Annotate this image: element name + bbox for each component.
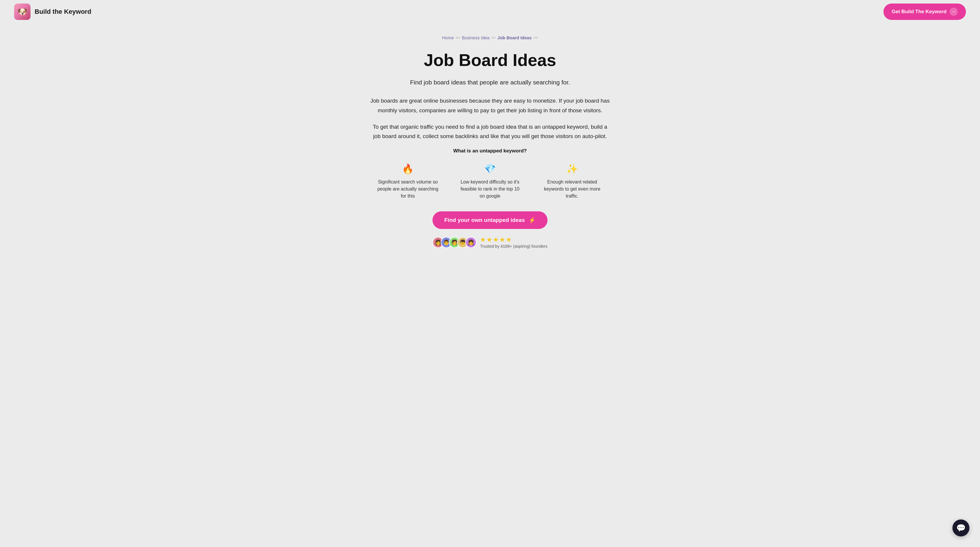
diamond-icon: 💎 <box>458 163 522 174</box>
breadcrumb: Home >> Business Idea >> Job Board Ideas… <box>365 35 615 40</box>
logo-emoji: 🐶 <box>18 7 27 17</box>
breadcrumb-home[interactable]: Home <box>442 35 454 40</box>
main-cta-label: Find your own untapped ideas <box>444 217 525 224</box>
nav-cta-arrow-icon: → <box>950 8 958 16</box>
feature-item-difficulty: 💎 Low keyword difficulty so it's feasibl… <box>458 163 522 200</box>
avatar-stack: 👩 👨 🧑 👦 👧 <box>433 237 477 248</box>
page-title: Job Board Ideas <box>365 51 615 70</box>
feature-item-volume: 🔥 Significant search volume so people ar… <box>375 163 440 200</box>
avatar-5: 👧 <box>465 237 477 248</box>
bolt-icon: ⚡ <box>528 217 536 224</box>
feature-item-related: ✨ Enough relevant related keywords to ge… <box>540 163 605 200</box>
breadcrumb-current: Job Board Ideas <box>497 35 532 40</box>
main-content: Home >> Business Idea >> Job Board Ideas… <box>358 24 622 272</box>
trust-text: Trusted by 4168+ (aspiring) founders <box>480 244 547 249</box>
nav-cta-label: Get Build The Keyword <box>892 9 947 15</box>
sparkles-icon: ✨ <box>540 163 605 174</box>
trust-row: 👩 👨 🧑 👦 👧 ★★★★★ Trusted by 4168+ (aspiri… <box>365 236 615 249</box>
main-cta-button[interactable]: Find your own untapped ideas ⚡ <box>433 211 547 229</box>
hero-description-1: Job boards are great online businesses b… <box>370 96 610 115</box>
feature-text-related: Enough relevant related keywords to get … <box>544 179 600 198</box>
breadcrumb-business-idea[interactable]: Business Idea <box>462 35 489 40</box>
navbar: 🐶 Build the Keyword Get Build The Keywor… <box>0 0 980 24</box>
hero-description-2: To get that organic traffic you need to … <box>370 122 610 141</box>
nav-cta-button[interactable]: Get Build The Keyword → <box>883 3 966 20</box>
nav-brand-title: Build the Keyword <box>35 8 91 16</box>
breadcrumb-sep-1: >> <box>456 35 460 40</box>
untapped-question: What is an untapped keyword? <box>365 148 615 154</box>
nav-logo: 🐶 <box>14 3 30 20</box>
breadcrumb-sep-3: >> <box>533 35 538 40</box>
features-row: 🔥 Significant search volume so people ar… <box>365 163 615 200</box>
breadcrumb-sep-2: >> <box>491 35 496 40</box>
nav-brand[interactable]: 🐶 Build the Keyword <box>14 3 91 20</box>
feature-text-volume: Significant search volume so people are … <box>377 179 438 198</box>
feature-text-difficulty: Low keyword difficulty so it's feasible … <box>460 179 519 198</box>
chat-widget[interactable]: 💬 <box>953 520 969 536</box>
fire-icon: 🔥 <box>375 163 440 174</box>
chat-bubble-icon: 💬 <box>956 523 966 533</box>
hero-subtitle: Find job board ideas that people are act… <box>365 78 615 87</box>
trust-stars: ★★★★★ <box>480 236 547 244</box>
trust-info: ★★★★★ Trusted by 4168+ (aspiring) founde… <box>480 236 547 249</box>
